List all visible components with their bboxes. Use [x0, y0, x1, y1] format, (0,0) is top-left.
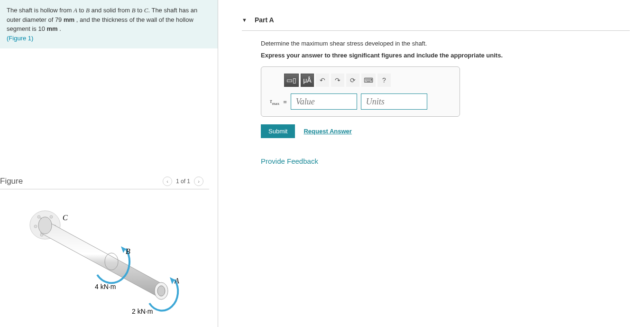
request-answer-link[interactable]: Request Answer [304, 128, 351, 135]
answer-toolbar: ▭▯ μÅ ↶ ↷ ⟳ ⌨ ? [284, 74, 451, 87]
problem-statement: The shaft is hollow from A to B and soli… [0, 0, 218, 48]
units-input[interactable] [361, 93, 427, 110]
svg-point-10 [157, 286, 165, 296]
svg-point-7 [38, 217, 52, 234]
part-prompt: Determine the maximum shear stress devel… [261, 39, 621, 48]
special-chars-button[interactable]: μÅ [301, 74, 314, 87]
figure-prev-button[interactable]: ‹ [163, 177, 172, 186]
keyboard-button[interactable]: ⌨ [361, 74, 376, 87]
figure-section: Figure ‹ 1 of 1 › [0, 174, 218, 327]
shaft-figure: C B A 4 kN·m 2 kN·m [19, 204, 190, 318]
svg-point-1 [37, 215, 40, 218]
part-body: Determine the maximum shear stress devel… [242, 31, 621, 165]
figure-torque-B: 4 kN·m [95, 283, 116, 290]
help-button[interactable]: ? [377, 74, 391, 87]
figure-next-button[interactable]: › [194, 177, 203, 186]
svg-marker-12 [170, 277, 175, 284]
svg-marker-11 [121, 246, 126, 253]
reset-button[interactable]: ⟳ [346, 74, 359, 87]
templates-button[interactable]: ▭▯ [284, 74, 299, 87]
part-instruction: Express your answer to three significant… [261, 52, 621, 59]
right-panel: ▼ Part A Determine the maximum shear str… [218, 0, 644, 327]
figure-nav: ‹ 1 of 1 › [163, 177, 203, 186]
answer-input-row: τmax = [270, 93, 451, 110]
value-input[interactable] [291, 93, 357, 110]
svg-point-2 [50, 215, 53, 218]
figure-label-A: A [174, 277, 179, 285]
undo-button[interactable]: ↶ [316, 74, 329, 87]
figure-reference-link[interactable]: (Figure 1) [7, 35, 33, 42]
submit-row: Submit Request Answer [261, 124, 621, 138]
figure-label-C: C [63, 214, 68, 222]
equals-sign: = [283, 98, 287, 105]
problem-text: The shaft is hollow from A to B and soli… [7, 7, 197, 32]
left-panel: The shaft is hollow from A to B and soli… [0, 0, 218, 327]
part-title: Part A [255, 16, 274, 24]
part-header[interactable]: ▼ Part A [242, 9, 630, 31]
figure-title: Figure [0, 177, 23, 186]
figure-label-B: B [126, 247, 130, 255]
figure-body: C B A 4 kN·m 2 kN·m [0, 189, 218, 322]
answer-box: ▭▯ μÅ ↶ ↷ ⟳ ⌨ ? τmax = [261, 66, 460, 117]
svg-point-3 [34, 225, 37, 228]
variable-label: τmax [270, 97, 279, 106]
submit-button[interactable]: Submit [261, 124, 295, 138]
redo-button[interactable]: ↷ [331, 74, 344, 87]
figure-counter: 1 of 1 [176, 178, 190, 185]
provide-feedback-link[interactable]: Provide Feedback [261, 157, 318, 165]
figure-torque-A: 2 kN·m [132, 308, 153, 315]
collapse-icon: ▼ [242, 17, 247, 23]
